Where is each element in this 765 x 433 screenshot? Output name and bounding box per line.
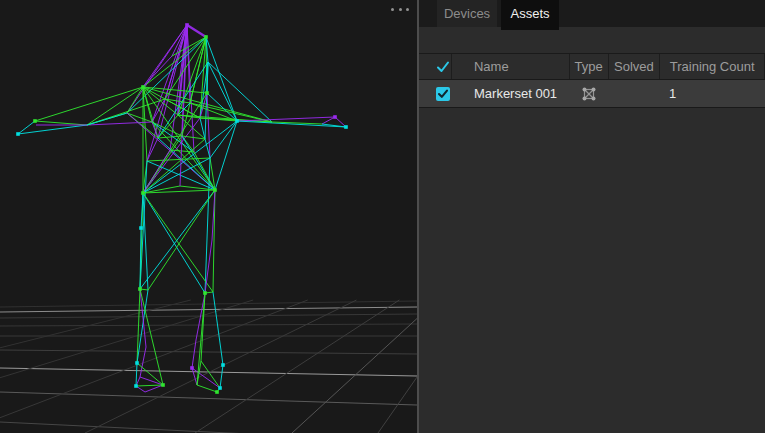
select-all-header[interactable] (419, 54, 452, 79)
assets-table-header: Name Type Solved Training Count (419, 53, 765, 80)
viewport-menu-button[interactable] (391, 5, 409, 13)
tab-assets[interactable]: Assets (501, 0, 559, 30)
panel-tab-bar: Devices Assets (419, 0, 765, 27)
asset-solved-cell (608, 80, 659, 107)
markerset-wireframe-scene (0, 0, 417, 433)
markerset-icon (581, 86, 597, 102)
column-header-type[interactable]: Type (570, 54, 609, 79)
more-options-icon (406, 8, 409, 11)
column-header-name[interactable]: Name (452, 54, 570, 79)
asset-row-markerset-001[interactable]: Markerset 001 1 (419, 79, 765, 108)
app-window: { "colors":{ "accent_cyan":"#2bc8e8", "s… (0, 0, 765, 433)
row-checkbox[interactable] (436, 87, 450, 101)
asset-name: Markerset 001 (452, 80, 570, 107)
column-header-solved[interactable]: Solved (609, 54, 661, 79)
assets-panel: Devices Assets Name Type Solved Training… (419, 0, 765, 433)
asset-training-count: 1 (659, 80, 763, 107)
3d-viewport[interactable] (0, 0, 417, 433)
column-header-training-count[interactable]: Training Count (660, 54, 765, 79)
check-icon (437, 89, 449, 99)
tab-devices[interactable]: Devices (437, 0, 497, 27)
asset-type-cell (570, 80, 608, 107)
check-icon (436, 61, 450, 73)
more-options-icon (391, 8, 394, 11)
more-options-icon (399, 8, 402, 11)
